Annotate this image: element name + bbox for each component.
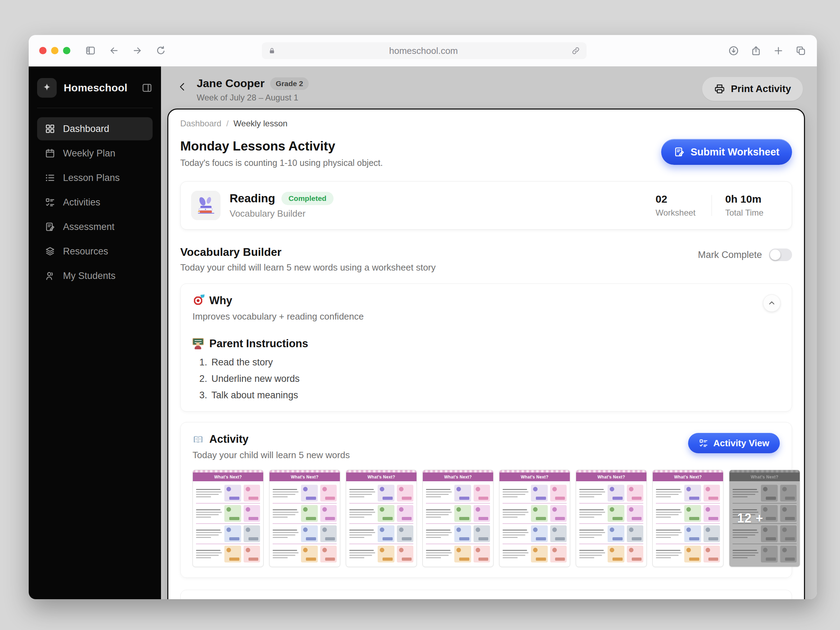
- week-label: Week of July 28 – August 1: [197, 93, 309, 103]
- instruction-steps: 1. Read the story 2. Underline new words…: [193, 357, 780, 401]
- worksheet-thumbnail[interactable]: What's Next?: [576, 470, 647, 567]
- worksheet-title: What's Next?: [270, 472, 340, 481]
- stat-divider: [712, 195, 712, 216]
- worksheet-title: What's Next?: [499, 472, 570, 481]
- step-number: 1.: [195, 357, 207, 368]
- stat-label: Total Time: [725, 208, 778, 218]
- worksheet-border-pattern: [653, 470, 723, 472]
- browser-window: homeschool.com Homeschool: [29, 35, 817, 599]
- worksheet-footer: [193, 565, 263, 567]
- back-icon[interactable]: [109, 45, 119, 56]
- layers-icon: [45, 246, 55, 257]
- worksheet-thumbnail[interactable]: What's Next?: [269, 470, 340, 567]
- why-title: Why: [209, 294, 232, 307]
- feedback-card: Experience Feedback Too Easy: [180, 590, 792, 599]
- submit-worksheet-button[interactable]: Submit Worksheet: [661, 139, 792, 165]
- worksheet-preview: [270, 481, 340, 565]
- stat-value: 0h 10m: [725, 193, 778, 205]
- sidebar-item-lesson-plans[interactable]: Lesson Plans: [37, 166, 153, 189]
- minimize-window-button[interactable]: [51, 47, 58, 54]
- main-area: Jane Cooper Grade 2 Week of July 28 – Au…: [161, 66, 817, 599]
- browser-sidebar-toggle-icon[interactable]: [85, 45, 96, 56]
- sidebar-nav: Dashboard Weekly Plan Lesson Plans Activ…: [37, 117, 153, 287]
- reading-illustration: [191, 191, 221, 220]
- browser-toolbar: homeschool.com: [29, 35, 817, 66]
- app-brand: Homeschool: [37, 76, 153, 100]
- print-activity-label: Print Activity: [731, 83, 791, 95]
- instruction-step: 3. Talk about meanings: [193, 390, 780, 401]
- checklist-icon: [45, 197, 55, 208]
- worksheet-border-pattern: [499, 470, 570, 472]
- link-icon[interactable]: [571, 46, 580, 55]
- worksheet-footer: [576, 565, 646, 567]
- worksheet-border-pattern: [576, 470, 646, 472]
- sidebar-item-dashboard[interactable]: Dashboard: [37, 117, 153, 141]
- worksheet-thumbnail[interactable]: What's Next?: [193, 470, 264, 567]
- collapse-button[interactable]: [763, 294, 780, 312]
- worksheet-edit-icon: [674, 146, 685, 158]
- worksheet-footer: [499, 565, 570, 567]
- toggle-knob: [770, 249, 780, 260]
- breadcrumb-current: Weekly lesson: [234, 118, 287, 128]
- back-button[interactable]: [177, 77, 192, 96]
- activity-subtitle: Today your child will learn 5 new words: [193, 450, 350, 461]
- list-icon: [45, 172, 55, 183]
- doc-edit-icon: [45, 221, 55, 232]
- submit-worksheet-label: Submit Worksheet: [690, 146, 780, 158]
- worksheet-thumbnail-more[interactable]: What's Next? 12 +: [729, 470, 800, 567]
- reload-icon[interactable]: [155, 45, 166, 56]
- activity-view-button[interactable]: Activity View: [688, 433, 780, 453]
- worksheet-footer: [270, 565, 340, 567]
- sidebar: Homeschool Dashboard Weekly Plan Lesson …: [29, 66, 161, 599]
- worksheet-thumbnail[interactable]: What's Next?: [346, 470, 417, 567]
- more-pages-overlay: 12 +: [729, 470, 800, 567]
- breadcrumb-dashboard[interactable]: Dashboard: [180, 118, 221, 128]
- mark-complete-toggle[interactable]: [769, 248, 792, 261]
- stat-worksheet: 02 Worksheet: [655, 193, 708, 218]
- downloads-icon[interactable]: [728, 45, 739, 56]
- sidebar-item-label: Activities: [63, 197, 101, 208]
- section-title: Vocabulary Builder: [180, 246, 436, 259]
- sparkle-icon: [41, 82, 52, 93]
- section-subtitle: Today your child will learn 5 new words …: [180, 262, 436, 273]
- worksheet-thumbnail[interactable]: What's Next?: [422, 470, 494, 567]
- app-logo: [37, 78, 57, 98]
- sidebar-item-weekly-plan[interactable]: Weekly Plan: [37, 142, 153, 165]
- more-pages-count: 12 +: [737, 511, 763, 526]
- url-bar[interactable]: homeschool.com: [262, 43, 587, 59]
- worksheet-preview: [499, 481, 570, 565]
- worksheet-thumbnail[interactable]: What's Next?: [652, 470, 723, 567]
- why-card: Why Improves vocabulary + reading confid…: [180, 284, 792, 412]
- forward-icon[interactable]: [132, 45, 143, 56]
- student-name: Jane Cooper: [197, 77, 265, 90]
- sidebar-item-label: Lesson Plans: [63, 172, 120, 183]
- activity-card: Activity Today your child will learn 5 n…: [180, 422, 792, 578]
- print-activity-button[interactable]: Print Activity: [702, 77, 803, 101]
- close-window-button[interactable]: [39, 47, 47, 54]
- sidebar-collapse-icon[interactable]: [141, 82, 153, 93]
- target-icon: [193, 295, 204, 306]
- zoom-window-button[interactable]: [63, 47, 70, 54]
- sidebar-item-assessment[interactable]: Assessment: [37, 215, 153, 238]
- worksheet-preview: [346, 481, 417, 565]
- worksheet-preview: [423, 481, 493, 565]
- worksheet-title: What's Next?: [653, 472, 723, 481]
- activity-view-label: Activity View: [713, 438, 769, 449]
- sidebar-item-resources[interactable]: Resources: [37, 240, 153, 263]
- why-description: Improves vocabulary + reading confidence: [193, 311, 780, 322]
- sidebar-item-my-students[interactable]: My Students: [37, 264, 153, 287]
- tab-overview-icon[interactable]: [795, 45, 807, 56]
- sidebar-item-label: Assessment: [63, 221, 114, 232]
- lesson-card-reading[interactable]: Reading Completed Vocabulary Builder 02 …: [180, 181, 792, 230]
- share-icon[interactable]: [750, 45, 762, 56]
- new-tab-icon[interactable]: [773, 45, 784, 56]
- sidebar-item-activities[interactable]: Activities: [37, 191, 153, 214]
- student-header: Jane Cooper Grade 2 Week of July 28 – Au…: [161, 66, 817, 103]
- worksheet-footer: [423, 565, 493, 567]
- teacher-icon: [193, 338, 204, 349]
- worksheet-thumbnail[interactable]: What's Next?: [499, 470, 570, 567]
- instruction-step: 2. Underline new words: [193, 373, 780, 384]
- grid-icon: [45, 123, 55, 134]
- activity-title: Activity: [209, 433, 248, 445]
- chevron-left-icon: [177, 82, 188, 92]
